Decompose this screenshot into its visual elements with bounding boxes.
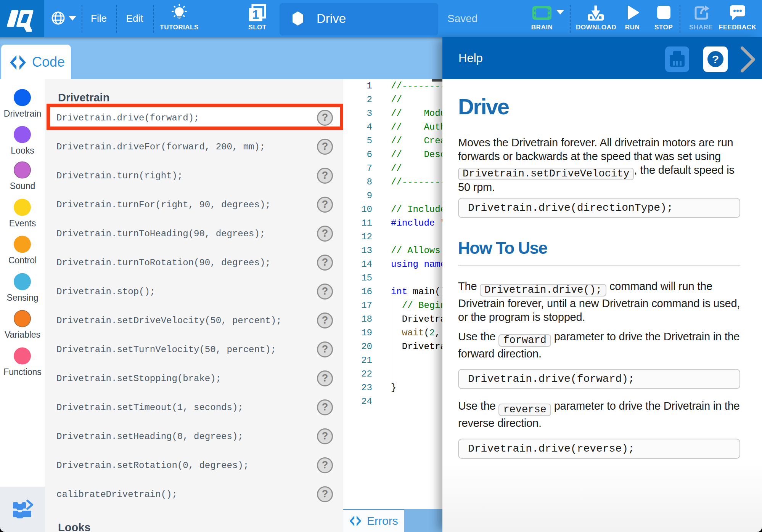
svg-text:1: 1 [252, 8, 259, 21]
